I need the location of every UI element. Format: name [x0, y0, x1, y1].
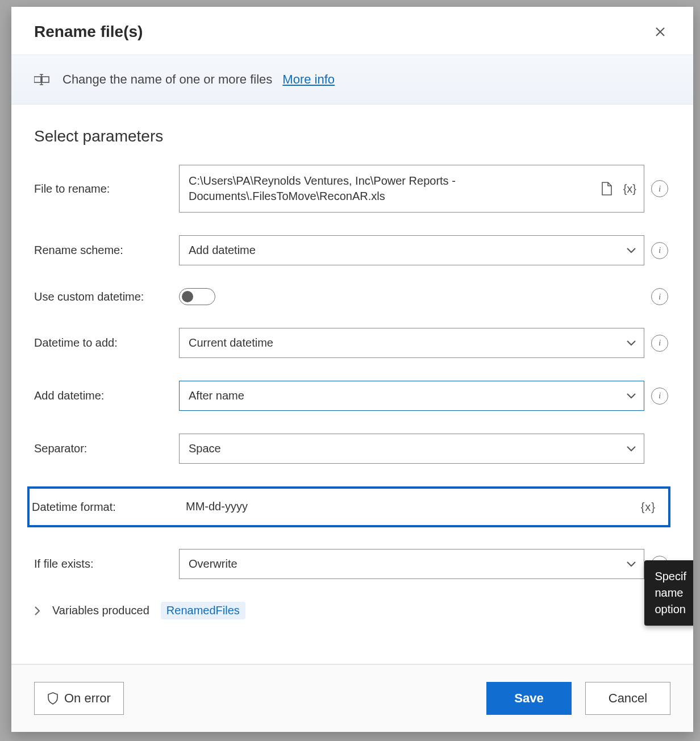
info-datetime-to-add[interactable]: i: [651, 335, 668, 352]
chevron-down-icon: [626, 235, 636, 265]
label-datetime-to-add: Datetime to add:: [34, 336, 179, 349]
separator-select[interactable]: Space: [179, 434, 644, 464]
info-add-datetime[interactable]: i: [651, 388, 668, 405]
dialog-header: Rename file(s): [11, 7, 693, 55]
variable-pill[interactable]: RenamedFiles: [161, 602, 245, 619]
rename-files-dialog: Rename file(s) Change the name of one or…: [11, 7, 693, 732]
tooltip-line-3: option: [655, 601, 686, 618]
chevron-down-icon: [626, 328, 636, 358]
row-use-custom-datetime: Use custom datetime: i: [34, 288, 670, 305]
rename-scheme-select[interactable]: Add datetime: [179, 235, 644, 265]
label-use-custom-datetime: Use custom datetime:: [34, 290, 179, 303]
info-icon: i: [659, 391, 661, 401]
info-text: Change the name of one or more files: [63, 72, 272, 87]
control-add-datetime: After name: [179, 381, 644, 411]
dialog-footer: On error Save Cancel: [11, 664, 693, 732]
control-use-custom-datetime: [179, 288, 644, 305]
section-title: Select parameters: [34, 127, 670, 145]
variable-picker-icon[interactable]: {x}: [641, 501, 656, 514]
label-if-file-exists: If file exists:: [34, 557, 179, 571]
variables-produced-label: Variables produced: [52, 604, 149, 617]
control-if-file-exists: Overwrite: [179, 549, 644, 579]
datetime-format-input[interactable]: MM-dd-yyyy: [174, 492, 664, 522]
tooltip-line-2: name: [655, 585, 686, 601]
control-rename-scheme: Add datetime: [179, 235, 644, 265]
label-rename-scheme: Rename scheme:: [34, 244, 179, 257]
chevron-down-icon: [626, 434, 636, 464]
use-custom-datetime-toggle[interactable]: [179, 288, 215, 305]
more-info-link[interactable]: More info: [282, 72, 335, 87]
chevron-right-icon: [34, 606, 41, 616]
info-rename-scheme[interactable]: i: [651, 242, 668, 259]
dialog-body: Select parameters File to rename: C:\Use…: [11, 105, 693, 664]
variable-picker-icon[interactable]: {x}: [623, 182, 636, 195]
separator-tooltip: Specif name option: [644, 560, 693, 626]
row-file-to-rename: File to rename: C:\Users\PA\Reynolds Ven…: [34, 165, 670, 213]
control-datetime-to-add: Current datetime: [179, 328, 644, 358]
datetime-to-add-select[interactable]: Current datetime: [179, 328, 644, 358]
close-icon: [655, 26, 666, 38]
svg-rect-1: [42, 77, 49, 82]
info-icon: i: [659, 292, 661, 302]
file-to-rename-input[interactable]: C:\Users\PA\Reynolds Ventures, Inc\Power…: [179, 165, 644, 213]
toggle-knob: [182, 291, 193, 302]
row-datetime-format: Datetime format: MM-dd-yyyy {x}: [32, 492, 664, 522]
save-label: Save: [514, 691, 543, 706]
tooltip-line-1: Specif: [655, 568, 686, 585]
variables-produced-row[interactable]: Variables produced RenamedFiles: [34, 602, 670, 619]
shield-icon: [47, 692, 59, 705]
row-datetime-to-add: Datetime to add: Current datetime i: [34, 328, 670, 358]
info-file-to-rename[interactable]: i: [651, 180, 668, 197]
cancel-button[interactable]: Cancel: [585, 682, 670, 715]
row-add-datetime: Add datetime: After name i: [34, 381, 670, 411]
control-separator: Space: [179, 434, 644, 464]
label-datetime-format: Datetime format:: [32, 501, 174, 514]
dialog-title: Rename file(s): [34, 23, 143, 41]
close-button[interactable]: [650, 22, 670, 42]
on-error-label: On error: [64, 691, 111, 706]
chevron-down-icon: [626, 549, 636, 579]
info-icon: i: [659, 338, 661, 348]
footer-right-buttons: Save Cancel: [486, 682, 670, 715]
row-separator: Separator: Space: [34, 434, 670, 464]
rename-icon: [34, 73, 52, 86]
row-if-file-exists: If file exists: Overwrite i: [34, 549, 670, 579]
if-file-exists-select[interactable]: Overwrite: [179, 549, 644, 579]
control-file-to-rename: C:\Users\PA\Reynolds Ventures, Inc\Power…: [179, 165, 644, 213]
info-band: Change the name of one or more files Mor…: [11, 55, 693, 105]
chevron-down-icon: [626, 381, 636, 411]
svg-rect-0: [34, 77, 41, 82]
info-icon: i: [659, 184, 661, 194]
cancel-label: Cancel: [609, 691, 647, 706]
file-picker-icon[interactable]: [601, 181, 613, 196]
add-datetime-select[interactable]: After name: [179, 381, 644, 411]
label-add-datetime: Add datetime:: [34, 389, 179, 402]
control-datetime-format: MM-dd-yyyy {x}: [174, 492, 664, 522]
label-separator: Separator:: [34, 442, 179, 455]
on-error-button[interactable]: On error: [34, 682, 124, 715]
info-use-custom-datetime[interactable]: i: [651, 288, 668, 305]
row-datetime-format-highlight: Datetime format: MM-dd-yyyy {x}: [27, 486, 670, 527]
save-button[interactable]: Save: [486, 682, 572, 715]
info-icon: i: [659, 245, 661, 255]
row-rename-scheme: Rename scheme: Add datetime i: [34, 235, 670, 265]
label-file-to-rename: File to rename:: [34, 182, 179, 195]
